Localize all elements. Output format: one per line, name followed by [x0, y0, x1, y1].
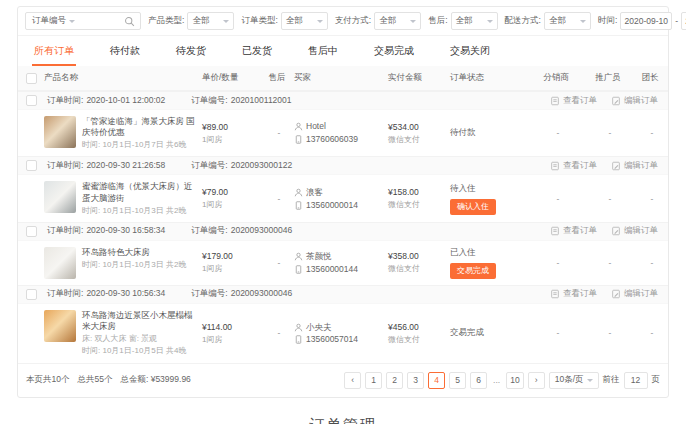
aftersale-select[interactable]: 全部	[451, 12, 498, 30]
order-checkbox[interactable]	[26, 160, 37, 171]
page-button-4-active[interactable]: 4	[428, 372, 445, 389]
next-page-button[interactable]: ›	[528, 372, 545, 389]
view-order-label: 查看订单	[563, 225, 597, 237]
filter-label: 配送方式:	[505, 15, 541, 27]
edit-order-link[interactable]: 编辑订单	[611, 288, 658, 300]
order-group: 订单时间:2020-09-30 10:56:34 订单编号:2020093000…	[18, 285, 668, 363]
aftersale-value: -	[264, 194, 294, 204]
order-number: 订单编号:2020093000046	[191, 288, 292, 300]
search-type-label: 订单编号	[32, 15, 66, 27]
complete-transaction-button[interactable]: 交易完成	[450, 263, 496, 279]
pay-method-select[interactable]: 全部	[374, 12, 421, 30]
page-button-5[interactable]: 5	[449, 372, 466, 389]
order-number: 订单编号:2020093000122	[191, 160, 292, 172]
edit-order-link[interactable]: 编辑订单	[611, 225, 658, 237]
pay-method: 微信支付	[388, 263, 450, 274]
edit-order-link[interactable]: 编辑订单	[611, 160, 658, 172]
filter-order-type: 订单类型: 全部	[241, 12, 327, 30]
select-value: 全部	[456, 15, 473, 27]
buyer-phone-row: 13760606039	[294, 133, 388, 146]
goto-page-input[interactable]	[624, 372, 648, 389]
unit-price: ¥114.00	[202, 322, 264, 332]
view-order-link[interactable]: 查看订单	[550, 95, 597, 107]
filter-label: 订单类型:	[241, 15, 277, 27]
order-type-select[interactable]: 全部	[281, 12, 328, 30]
phone-icon	[294, 135, 303, 144]
order-checkbox[interactable]	[26, 95, 37, 106]
view-order-link[interactable]: 查看订单	[550, 160, 597, 172]
edit-order-label: 编辑订单	[624, 225, 658, 237]
tab-completed[interactable]: 交易完成	[372, 36, 416, 66]
page-button-6[interactable]: 6	[470, 372, 487, 389]
page-button-10[interactable]: 10	[506, 372, 523, 389]
promoter-value: -	[584, 258, 636, 268]
goto-label: 前往	[603, 374, 620, 386]
tab-pending-payment[interactable]: 待付款	[108, 36, 142, 66]
select-value: 全部	[286, 15, 303, 27]
view-order-link[interactable]: 查看订单	[550, 288, 597, 300]
page-size-select[interactable]: 10条/页	[549, 372, 599, 389]
order-status: 待入住	[450, 183, 532, 195]
search-icon[interactable]	[119, 16, 140, 27]
chevron-down-icon	[317, 20, 323, 26]
col-unit-price: 单价/数量	[202, 72, 264, 84]
page-button-2[interactable]: 2	[386, 372, 403, 389]
page-button-1[interactable]: 1	[365, 372, 382, 389]
summary: 本页共10个 总共55个 总金额: ¥53999.96	[26, 374, 191, 386]
confirm-checkin-button[interactable]: 确认入住	[450, 199, 496, 215]
col-aftersale: 售后	[264, 72, 294, 84]
tab-pending-shipment[interactable]: 待发货	[174, 36, 208, 66]
col-group-leader: 团长	[636, 72, 668, 84]
tab-shipped[interactable]: 已发货	[240, 36, 274, 66]
date-from-input[interactable]: 2020-09-10	[620, 12, 672, 30]
goto-page: 前往 页	[603, 372, 661, 389]
filter-label: 支付方式:	[335, 15, 371, 27]
buyer-phone: 13560000014	[306, 199, 358, 212]
order-checkbox[interactable]	[26, 289, 37, 300]
prev-page-button[interactable]: ‹	[344, 372, 361, 389]
tab-aftersale[interactable]: 售后中	[306, 36, 340, 66]
paid-amount: ¥158.00	[388, 187, 450, 197]
tab-all-orders[interactable]: 所有订单	[32, 36, 76, 66]
group-leader-value: -	[636, 128, 668, 138]
edit-order-label: 编辑订单	[624, 95, 658, 107]
filter-delivery: 配送方式: 全部	[505, 12, 591, 30]
order-search-box: 订单编号	[25, 12, 141, 30]
search-type-select[interactable]: 订单编号	[26, 13, 79, 29]
group-leader-value: -	[636, 328, 668, 338]
room-qty: 1间房	[202, 199, 264, 210]
tab-closed[interactable]: 交易关闭	[448, 36, 492, 66]
promoter-value: -	[584, 128, 636, 138]
date-to-input[interactable]: 2020-09-25	[681, 12, 686, 30]
view-order-label: 查看订单	[563, 288, 597, 300]
delivery-select[interactable]: 全部	[544, 12, 591, 30]
chevron-down-icon	[410, 20, 416, 26]
order-checkbox[interactable]	[26, 226, 37, 237]
chevron-down-icon	[587, 379, 593, 385]
filter-label: 时间:	[598, 15, 617, 27]
chevron-down-icon	[223, 20, 229, 26]
aftersale-value: -	[264, 328, 294, 338]
distributor-value: -	[532, 194, 584, 204]
view-order-link[interactable]: 查看订单	[550, 225, 597, 237]
select-value: 全部	[379, 15, 396, 27]
search-input[interactable]	[79, 14, 119, 28]
room-qty: 1间房	[202, 334, 264, 345]
order-group-header: 订单时间:2020-09-30 10:56:34 订单编号:2020093000…	[18, 285, 668, 304]
filter-product-type: 产品类型: 全部	[148, 12, 234, 30]
select-all-checkbox[interactable]	[26, 73, 37, 84]
promoter-value: -	[584, 194, 636, 204]
edit-order-link[interactable]: 编辑订单	[611, 95, 658, 107]
paid-amount: ¥358.00	[388, 251, 450, 261]
order-group-header: 订单时间:2020-09-30 16:58:34 订单编号:2020093000…	[18, 222, 668, 241]
product-type-select[interactable]: 全部	[187, 12, 234, 30]
buyer-name-row: 茶颜悦	[294, 250, 388, 263]
pay-method: 微信支付	[388, 134, 450, 145]
col-distributor: 分销商	[532, 72, 584, 84]
view-order-label: 查看订单	[563, 160, 597, 172]
buyer-name: 茶颜悦	[306, 250, 332, 263]
page-button-3[interactable]: 3	[407, 372, 424, 389]
order-group-header: 订单时间:2020-10-01 12:00:02 订单编号:2020100112…	[18, 91, 668, 110]
person-icon	[294, 188, 303, 197]
distributor-value: -	[532, 128, 584, 138]
